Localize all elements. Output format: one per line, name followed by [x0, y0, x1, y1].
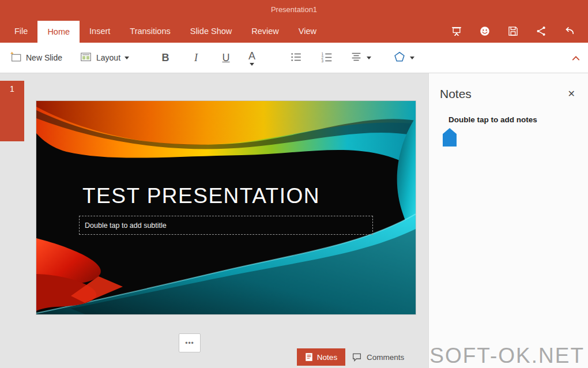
notes-panel: Notes ✕ Double tap to add notes — [428, 73, 588, 368]
chevron-down-icon — [125, 57, 129, 59]
chevron-down-icon — [250, 63, 254, 66]
tab-file[interactable]: File — [5, 19, 37, 43]
share-icon[interactable] — [536, 25, 547, 37]
slide-canvas[interactable]: TEST PRESENTATION Double tap to add subt… — [36, 101, 416, 314]
present-icon[interactable] — [451, 25, 462, 37]
ribbon-toolbar: New Slide Layout B I U A 123 — [0, 43, 588, 73]
thumbnail-panel: 1 — [0, 73, 24, 368]
font-color-label: A — [248, 50, 255, 62]
slide-thumbnail-1[interactable]: 1 — [0, 81, 24, 141]
layout-icon — [80, 51, 92, 65]
slide-title-text[interactable]: TEST PRESENTATION — [82, 184, 320, 208]
menu-bar: File Home Insert Transitions Slide Show … — [0, 19, 588, 43]
title-bar: Presentation1 — [0, 0, 588, 19]
tab-view[interactable]: View — [289, 19, 326, 43]
new-slide-label: New Slide — [26, 53, 62, 62]
font-color-button[interactable]: A — [248, 43, 255, 73]
svg-text:3: 3 — [321, 58, 323, 62]
layout-button[interactable]: Layout — [80, 43, 129, 73]
menubar-actions — [451, 19, 588, 43]
notes-page-icon — [305, 352, 313, 362]
more-options-button[interactable]: ••• — [179, 333, 201, 352]
bold-button[interactable]: B — [157, 43, 174, 73]
subtitle-placeholder-text: Double tap to add subtitle — [85, 221, 167, 230]
notes-toggle-label: Notes — [317, 353, 337, 362]
underline-button[interactable]: U — [217, 43, 235, 73]
text-cursor-handle[interactable] — [443, 128, 457, 147]
numbering-button[interactable]: 123 — [321, 43, 333, 73]
collapse-ribbon-icon[interactable] — [568, 51, 583, 66]
layout-label: Layout — [96, 53, 120, 62]
shapes-icon — [393, 51, 406, 65]
new-slide-icon — [9, 51, 22, 65]
comments-button[interactable]: Comments — [352, 350, 404, 365]
comment-bubble-icon — [352, 352, 362, 362]
bullets-button[interactable] — [290, 43, 303, 73]
new-slide-button[interactable]: New Slide — [9, 43, 62, 73]
tab-slide-show[interactable]: Slide Show — [180, 19, 242, 43]
undo-icon[interactable] — [564, 25, 575, 37]
tab-transitions[interactable]: Transitions — [120, 19, 180, 43]
comments-label: Comments — [367, 353, 404, 362]
shapes-button[interactable] — [393, 43, 414, 73]
numbering-icon: 123 — [321, 51, 333, 65]
bullets-icon — [290, 51, 303, 65]
alignment-button[interactable] — [350, 43, 371, 73]
chevron-down-icon — [410, 57, 414, 59]
notes-toggle-button[interactable]: Notes — [297, 348, 345, 366]
slide-number: 1 — [0, 81, 24, 93]
document-title: Presentation1 — [271, 5, 317, 14]
subtitle-placeholder[interactable]: Double tap to add subtitle — [79, 216, 373, 235]
menu-tabs: File Home Insert Transitions Slide Show … — [0, 19, 326, 43]
editor-canvas: TEST PRESENTATION Double tap to add subt… — [24, 73, 428, 368]
tab-home[interactable]: Home — [37, 21, 80, 43]
notes-placeholder-text[interactable]: Double tap to add notes — [448, 115, 537, 124]
save-icon[interactable] — [507, 25, 519, 37]
chevron-down-icon — [367, 57, 371, 59]
close-icon[interactable]: ✕ — [568, 88, 575, 99]
italic-button[interactable]: I — [187, 43, 205, 73]
powerpoint-app: Presentation1 File Home Insert Transitio… — [0, 0, 588, 368]
tab-insert[interactable]: Insert — [80, 19, 120, 43]
feedback-smiley-icon[interactable] — [479, 25, 491, 37]
alignment-icon — [350, 51, 363, 65]
notes-panel-title: Notes — [440, 87, 472, 101]
tab-review[interactable]: Review — [242, 19, 289, 43]
content-area: 1 — [0, 73, 588, 368]
